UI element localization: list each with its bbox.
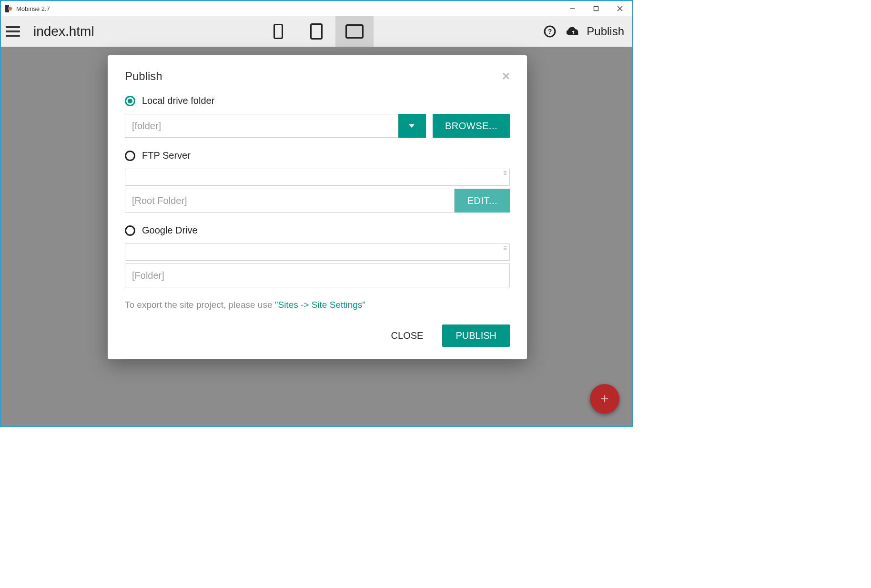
publish-modal: Publish × Local drive folder [folder] [108,55,527,359]
app-toolbar: index.html ? [1,16,632,47]
radio-ftp[interactable] [125,151,135,161]
radio-local-drive[interactable] [125,96,135,106]
radio-google-drive[interactable] [125,225,135,236]
export-hint: To export the site project, please use "… [125,300,510,310]
modal-footer: CLOSE PUBLISH [125,324,510,347]
device-desktop-button[interactable] [335,16,374,47]
hint-prefix: To export the site project, please use [125,300,275,310]
local-folder-dropdown-button[interactable] [398,114,426,138]
publish-toolbar-button[interactable]: Publish [567,25,624,38]
page-title: index.html [33,24,94,39]
svg-text:?: ? [548,28,552,35]
option-ftp-label: FTP Server [142,150,191,161]
local-folder-placeholder: [folder] [132,121,161,132]
option-google-drive: Google Drive [Folder] [125,225,510,287]
option-local-label: Local drive folder [142,95,214,106]
hamburger-menu-icon[interactable] [6,22,24,41]
add-block-fab[interactable]: + [590,384,619,414]
caret-down-icon [409,124,415,128]
option-ftp: FTP Server [Root Folder] EDIT... [125,150,510,213]
svg-point-1 [8,7,12,10]
browse-button[interactable]: BROWSE... [433,114,510,138]
phone-icon [273,24,283,39]
plus-icon: + [600,391,609,407]
svg-rect-3 [594,7,598,11]
hint-link[interactable]: "Sites -> Site Settings" [275,300,365,310]
publish-button[interactable]: PUBLISH [442,324,510,347]
desktop-icon [345,24,364,39]
ftp-root-folder-input[interactable]: [Root Folder] [125,189,455,213]
local-folder-input[interactable]: [folder] [125,114,398,138]
help-icon[interactable]: ? [544,25,556,38]
window-titlebar: Mobirise 2.7 [1,1,632,16]
cloud-upload-icon [567,26,581,37]
window-close-button[interactable] [608,1,632,16]
device-tablet-button[interactable] [297,16,335,47]
gdrive-folder-input[interactable]: [Folder] [125,264,510,287]
app-window: Mobirise 2.7 index.html [0,0,633,427]
window-title: Mobirise 2.7 [16,5,50,12]
device-preview-switch [259,16,374,47]
ftp-root-placeholder: [Root Folder] [132,195,187,206]
ftp-server-select[interactable] [125,169,510,186]
ftp-edit-button[interactable]: EDIT... [455,189,510,213]
modal-close-x[interactable]: × [502,70,510,83]
option-local-drive: Local drive folder [folder] BROWSE... [125,95,510,138]
window-minimize-button[interactable] [560,1,584,16]
modal-backdrop: index.html ? [1,16,632,426]
modal-title: Publish [125,70,162,83]
close-button[interactable]: CLOSE [386,324,428,347]
tablet-icon [310,23,323,40]
option-gdrive-label: Google Drive [142,225,198,236]
device-phone-button[interactable] [259,16,297,47]
window-maximize-button[interactable] [584,1,608,16]
modal-header: Publish × [125,70,510,83]
app-logo-icon [4,4,12,13]
gdrive-account-select[interactable] [125,243,510,261]
publish-toolbar-label: Publish [587,25,624,38]
gdrive-folder-placeholder: [Folder] [132,270,164,281]
